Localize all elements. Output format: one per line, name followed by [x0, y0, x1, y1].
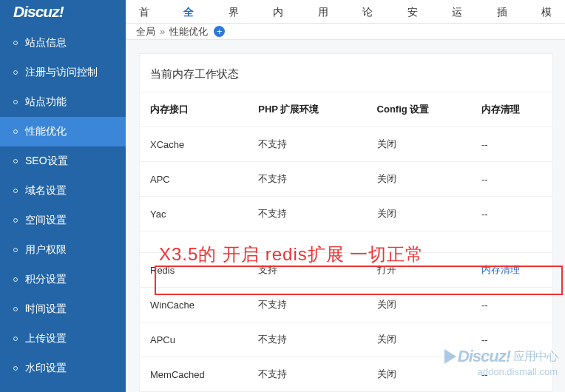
sidebar-item-4[interactable]: SEO设置 [0, 146, 126, 176]
top-tab-9[interactable]: 模 [528, 0, 565, 24]
sidebar-item-8[interactable]: 积分设置 [0, 265, 126, 294]
sidebar-item-label: 性能优化 [25, 125, 67, 138]
sidebar-item-10[interactable]: 上传设置 [0, 324, 126, 354]
sidebar-item-5[interactable]: 域名设置 [0, 176, 126, 206]
memory-clean-link[interactable]: 内存清理 [481, 264, 520, 275]
cell-clean: 内存清理 [471, 253, 552, 288]
col-clean: 内存清理 [471, 92, 552, 127]
cell-interface: APCu [140, 322, 248, 357]
cell-config: 关闭 [367, 197, 471, 232]
sidebar-item-1[interactable]: 注册与访问控制 [0, 58, 126, 87]
top-tab-2[interactable]: 界面 [215, 0, 260, 24]
cell-ext: 不支持 [248, 288, 366, 322]
sidebar-item-6[interactable]: 空间设置 [0, 206, 126, 235]
cell-ext: 不支持 [248, 357, 366, 392]
sidebar-item-label: SEO设置 [25, 155, 68, 168]
sidebar-item-label: 空间设置 [25, 214, 67, 227]
cell-clean [471, 232, 552, 253]
table-row: APCu不支持关闭-- [140, 322, 552, 357]
cell-config: 打开 [367, 253, 471, 288]
sidebar-item-label: 站点信息 [25, 36, 67, 50]
header: Discuz! 首页全局界面内容用户论坛安全运营插件模 [0, 0, 565, 24]
cell-config: 关闭 [367, 288, 471, 322]
main: 全局 » 性能优化 + 当前内存工作状态 内存接口 PHP 扩展环境 Confi… [126, 24, 565, 392]
breadcrumb-current[interactable]: 性能优化 [169, 25, 208, 38]
cell-config: 关闭 [367, 162, 471, 197]
top-nav: 首页全局界面内容用户论坛安全运营插件模 [126, 0, 565, 24]
cell-interface: APC [140, 162, 248, 197]
table-row: WinCache不支持关闭-- [140, 288, 552, 322]
table-row: Yac不支持关闭-- [140, 197, 552, 232]
bullet-icon [13, 277, 18, 282]
col-config: Config 设置 [367, 92, 471, 127]
sidebar: 站点信息注册与访问控制站点功能性能优化SEO设置域名设置空间设置用户权限积分设置… [0, 24, 126, 392]
sidebar-item-9[interactable]: 时间设置 [0, 294, 126, 324]
cell-config: 关闭 [367, 322, 471, 357]
cell-ext: 支持 [248, 253, 366, 288]
cell-ext [248, 232, 366, 253]
panel-title: 当前内存工作状态 [140, 67, 552, 92]
bullet-icon [13, 129, 18, 134]
bullet-icon [13, 70, 18, 75]
sidebar-item-0[interactable]: 站点信息 [0, 28, 126, 58]
breadcrumb: 全局 » 性能优化 + [126, 24, 565, 40]
bullet-icon [13, 100, 18, 104]
bullet-icon [13, 248, 18, 252]
cell-interface: Redis [140, 253, 248, 288]
sidebar-item-label: 用户权限 [25, 243, 67, 257]
cell-interface: WinCache [140, 288, 248, 322]
top-tab-5[interactable]: 论坛 [349, 0, 393, 24]
bullet-icon [13, 337, 18, 341]
cell-ext: 不支持 [248, 322, 366, 357]
cell-ext: 不支持 [248, 127, 366, 162]
sidebar-item-7[interactable]: 用户权限 [0, 235, 126, 265]
sidebar-item-11[interactable]: 水印设置 [0, 354, 126, 383]
sidebar-item-label: 上传设置 [25, 332, 67, 345]
bullet-icon [13, 218, 18, 223]
cell-interface: MemCached [140, 357, 248, 392]
top-tab-3[interactable]: 内容 [260, 0, 304, 24]
bullet-icon [13, 189, 18, 193]
cell-config: 关闭 [367, 357, 471, 392]
top-tab-0[interactable]: 首页 [126, 0, 170, 24]
sidebar-item-label: 域名设置 [25, 184, 67, 197]
cell-clean: -- [471, 197, 552, 232]
cell-ext: 不支持 [248, 162, 366, 197]
col-interface: 内存接口 [140, 92, 248, 127]
cell-interface: Yac [140, 197, 248, 232]
bullet-icon [13, 366, 18, 371]
bullet-icon [13, 307, 18, 311]
breadcrumb-root[interactable]: 全局 [136, 25, 155, 38]
cell-config [367, 232, 471, 253]
table-row: MemCached不支持关闭-- [140, 357, 552, 392]
memory-panel: 当前内存工作状态 内存接口 PHP 扩展环境 Config 设置 内存清理 XC… [139, 53, 553, 392]
top-tab-6[interactable]: 安全 [394, 0, 439, 24]
col-ext: PHP 扩展环境 [248, 92, 366, 127]
cell-ext: 不支持 [248, 197, 366, 232]
cell-interface: XCache [140, 127, 248, 162]
top-tab-1[interactable]: 全局 [170, 0, 214, 24]
cell-clean: -- [471, 357, 552, 392]
cell-clean: -- [471, 322, 552, 357]
bullet-icon [13, 159, 18, 163]
sidebar-item-label: 积分设置 [25, 273, 67, 286]
top-tab-4[interactable]: 用户 [305, 0, 349, 24]
memory-table: 内存接口 PHP 扩展环境 Config 设置 内存清理 XCache不支持关闭… [140, 92, 552, 391]
cell-config: 关闭 [367, 127, 471, 162]
cell-clean: -- [471, 127, 552, 162]
cell-interface [140, 232, 248, 253]
add-icon[interactable]: + [214, 26, 225, 37]
cell-clean: -- [471, 162, 552, 197]
table-row [140, 232, 552, 253]
sidebar-item-2[interactable]: 站点功能 [0, 87, 126, 117]
sidebar-item-3[interactable]: 性能优化 [0, 117, 126, 146]
top-tab-7[interactable]: 运营 [439, 0, 483, 24]
breadcrumb-sep: » [160, 26, 165, 37]
table-row: XCache不支持关闭-- [140, 127, 552, 162]
bullet-icon [13, 41, 18, 45]
sidebar-item-label: 注册与访问控制 [25, 66, 98, 79]
sidebar-item-label: 时间设置 [25, 303, 67, 316]
logo: Discuz! [0, 0, 126, 24]
top-tab-8[interactable]: 插件 [484, 0, 528, 24]
sidebar-item-label: 水印设置 [25, 362, 67, 375]
